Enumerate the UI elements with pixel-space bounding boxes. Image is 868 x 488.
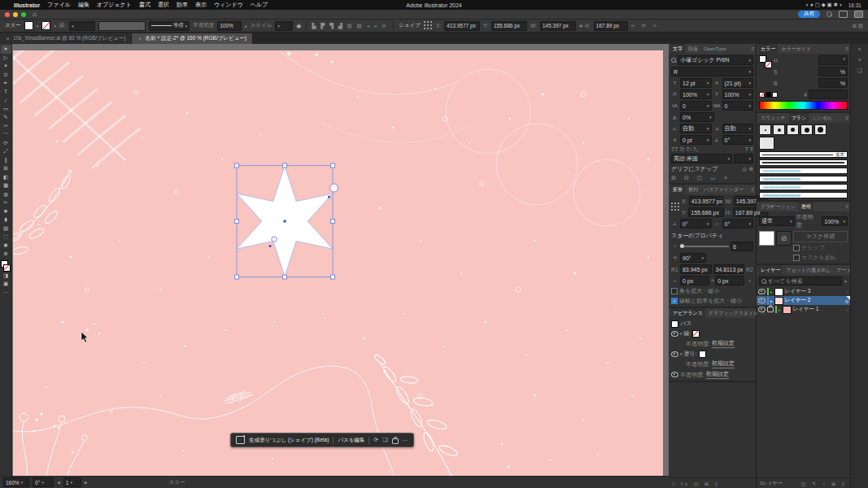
more-options-icon[interactable]: ··· <box>403 438 408 443</box>
snap-option-icons[interactable]: ⊞ ⊟ ◫ ▭ ≡ <box>671 175 731 181</box>
layer-row-3[interactable]: ▸ レイヤー 3 ○ <box>757 287 850 296</box>
stroke-none-swatch[interactable] <box>692 330 700 338</box>
tab-color-guide[interactable]: カラーガイド <box>779 44 813 54</box>
magic-wand-tool-icon[interactable]: ✶ <box>1 62 11 71</box>
share-button[interactable]: 共有 <box>798 11 820 18</box>
stroke-color-box[interactable] <box>3 264 11 272</box>
star-points-field[interactable]: 6 <box>731 242 753 251</box>
leading-field[interactable]: (21 pt)▾ <box>722 78 754 88</box>
document-tab-active[interactable]: ✕ 名刺＊設定-2* @ 160 % (RGB/プレビュー) <box>132 33 253 44</box>
edit-toolbar-icon[interactable]: ··· <box>1 289 11 298</box>
eyedropper-tool-icon[interactable]: ✂ <box>1 198 11 207</box>
selection-tool-icon[interactable]: ➤ <box>1 45 11 54</box>
inner-radius-widget[interactable] <box>272 237 277 242</box>
layer-row-1[interactable]: ▸ レイヤー 1 ○ <box>757 305 850 314</box>
fill-swatch[interactable] <box>24 21 33 30</box>
pattern-brush-1[interactable]: »»»»»»»»»»»»»»»» <box>759 168 848 174</box>
tab-brushes[interactable]: ブラシ <box>789 113 809 123</box>
tab-character[interactable]: 文字 <box>670 44 685 54</box>
symbol-sprayer-tool-icon[interactable]: ⧫ <box>1 216 11 224</box>
type-tool-icon[interactable]: T <box>1 88 11 97</box>
white-brush[interactable] <box>759 137 774 150</box>
layer-name[interactable]: レイヤー 3 <box>785 288 811 295</box>
layer-row-2-selected[interactable]: ▸ レイヤー 2 ◎ <box>757 296 850 305</box>
x-field[interactable]: 413.9577 px <box>444 21 480 31</box>
charcoal-brush[interactable] <box>759 159 848 166</box>
baseline-shift-field[interactable]: 0 pt▾ <box>680 135 712 145</box>
saturation-field[interactable]: % <box>818 67 848 76</box>
aki-right-field[interactable]: 自動▾ <box>722 124 754 133</box>
hue-field[interactable]: ° <box>818 55 848 65</box>
pattern-brush-2[interactable]: »»»»»»»»»»»»»»»» <box>759 176 848 182</box>
close-tab-icon[interactable]: ✕ <box>6 36 10 41</box>
menu-edit[interactable]: 編集 <box>78 1 89 9</box>
shape-builder-tool-icon[interactable]: ◧ <box>1 173 11 182</box>
hand-tool-icon[interactable]: ✱ <box>1 242 11 251</box>
horizontal-scale-field[interactable]: 100%▾ <box>722 89 754 99</box>
distribute-icons[interactable]: ⫷ ⫸ ⊪ <box>367 23 389 29</box>
pencil-tool-icon[interactable]: ✑ <box>1 122 11 131</box>
aki-left-field[interactable]: 自動▾ <box>680 124 712 133</box>
tab-paragraph[interactable]: 段落 <box>686 44 700 54</box>
tsume-field[interactable]: 0%▾ <box>680 112 714 122</box>
next-artboard-icon[interactable]: ▶ <box>85 480 88 485</box>
rotate-field[interactable]: 0°▾ <box>680 219 712 229</box>
shape-tool-icon[interactable]: ▭ <box>1 105 11 114</box>
tab-align[interactable]: 整列 <box>686 185 700 194</box>
layers-search-input[interactable]: すべてを検索 <box>759 277 842 285</box>
text-decoration-icons[interactable]: TT Tr T¹ T₁ <box>671 146 698 152</box>
menu-object[interactable]: オブジェクト <box>97 1 132 9</box>
tab-opentype[interactable]: OpenType <box>701 44 729 54</box>
center-point-handle[interactable] <box>283 220 286 223</box>
panel-menu-icon[interactable]: ≡ <box>751 187 754 192</box>
canvas-artwork[interactable] <box>12 44 669 476</box>
mesh-tool-icon[interactable]: ▦ <box>1 181 11 190</box>
star-r2-field[interactable]: 34.8113 px <box>713 264 745 274</box>
target-circle-icon[interactable]: ○ <box>846 307 848 312</box>
tab-asset-export[interactable]: アセットの書き出し <box>783 265 833 275</box>
panel-menu-icon[interactable]: ≡ <box>845 115 848 120</box>
blend-mode-select[interactable]: 通常▾ <box>759 216 795 226</box>
brush-definition-field[interactable] <box>98 21 146 31</box>
menu-view[interactable]: 表示 <box>195 1 207 9</box>
gradient-tool-icon[interactable]: ◍ <box>1 190 11 199</box>
tracking-field[interactable]: 0▾ <box>722 101 754 111</box>
variable-width-profile[interactable]: 等倍▾ <box>149 21 190 31</box>
paintbrush-tool-icon[interactable]: ✎ <box>1 113 11 122</box>
constrain-proportions-icon[interactable]: 8 <box>578 24 582 27</box>
scale-strokes-checkbox[interactable]: ✓ <box>671 298 678 304</box>
appearance-footer-icons[interactable]: □ fx ◫ ⊞ ▯ <box>672 481 720 486</box>
fill-opacity-link[interactable]: 初期設定 <box>712 359 735 368</box>
layers-footer-icons[interactable]: ◫ ↰ ○ ⊞ ▯ <box>801 481 847 486</box>
stroke-row-label[interactable]: 線: <box>684 329 691 338</box>
menu-file[interactable]: ファイル <box>47 1 71 9</box>
libraries-panel-icon[interactable]: ≡ <box>857 57 861 63</box>
brightness-field[interactable]: % <box>818 78 848 88</box>
duplicate-icon[interactable]: ❏ <box>382 437 387 443</box>
star-points-slider[interactable] <box>680 246 729 247</box>
none-black-white-swatches[interactable] <box>759 92 778 98</box>
reference-point-selector[interactable] <box>671 203 680 211</box>
align-icons[interactable]: ▙ ▛ ▜ ▟ ▥ ▤ <box>312 23 363 29</box>
menu-select[interactable]: 選択 <box>158 1 169 9</box>
filter-icon[interactable]: ▼ <box>844 279 848 284</box>
tab-symbols[interactable]: シンボル <box>809 113 835 123</box>
width-tool-icon[interactable]: ∥ <box>1 156 11 165</box>
stroke-dropdown-icon[interactable]: ▾ <box>54 24 56 28</box>
minimize-window-button[interactable] <box>13 12 18 17</box>
visibility-eye-icon[interactable] <box>758 289 765 294</box>
graph-tool-icon[interactable]: ▤ <box>1 224 11 233</box>
eraser-tool-icon[interactable]: ◠ <box>1 130 11 139</box>
kerning-field[interactable]: 0▾ <box>680 101 712 111</box>
pen-tool-icon[interactable]: ✒ <box>1 79 11 88</box>
tab-transparency[interactable]: 透明 <box>799 202 813 211</box>
generative-fill-button[interactable]: 生成塗りつぶし (シェイプ) (Beta) <box>249 437 329 444</box>
underline-strike-icons[interactable]: T Ŧ <box>745 146 753 152</box>
scale-tool-icon[interactable]: ⤢ <box>1 147 11 156</box>
hex-field[interactable] <box>809 89 848 99</box>
expand-layer-icon[interactable]: ▸ <box>770 298 773 303</box>
stroke-swatch[interactable] <box>41 21 50 30</box>
pattern-brush-3[interactable]: »»»»»»»»»»»»»»»» <box>759 184 848 190</box>
transform-y-field[interactable]: 155.686 px <box>688 207 724 217</box>
home-icon[interactable]: ⌂ <box>33 11 37 18</box>
